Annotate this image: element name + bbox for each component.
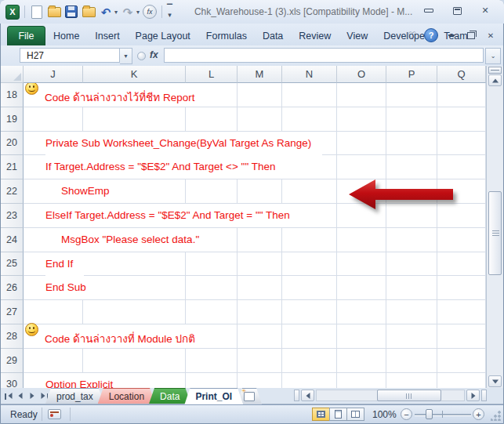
formula-input[interactable]: [164, 48, 484, 63]
cell-K26[interactable]: [83, 276, 186, 300]
cell-Q24[interactable]: [437, 228, 486, 252]
zoom-slider-track[interactable]: [415, 414, 471, 415]
close-button[interactable]: ✕: [476, 5, 495, 16]
help-icon[interactable]: ?: [424, 28, 438, 42]
ribbon-tab-home[interactable]: Home: [45, 27, 87, 45]
split-handle[interactable]: [488, 67, 502, 74]
redo-icon[interactable]: ↷: [121, 5, 135, 19]
cell-L22[interactable]: [186, 179, 237, 204]
vertical-scrollbar[interactable]: [486, 66, 503, 388]
cell-Q30[interactable]: [437, 373, 486, 388]
column-header-M[interactable]: M: [237, 66, 282, 83]
row-header-19[interactable]: 19: [1, 107, 24, 132]
column-header-L[interactable]: L: [186, 66, 237, 83]
ribbon-tab-insert[interactable]: Insert: [87, 27, 127, 45]
cell-N19[interactable]: [282, 107, 337, 132]
cell-O21[interactable]: [337, 155, 386, 179]
cell-L25[interactable]: [186, 252, 237, 277]
column-header-P[interactable]: P: [386, 66, 437, 83]
cell-M26[interactable]: [237, 276, 282, 300]
ribbon-tab-review[interactable]: Review: [291, 27, 339, 45]
save-icon[interactable]: [64, 5, 78, 19]
column-header-K[interactable]: K: [83, 66, 186, 83]
row-header-24[interactable]: 24: [1, 228, 24, 252]
name-box[interactable]: H27: [20, 48, 120, 63]
record-macro-icon[interactable]: [48, 409, 61, 419]
ribbon-tab-formulas[interactable]: Formulas: [198, 27, 255, 45]
cell-P18[interactable]: [386, 83, 437, 107]
redo-dropdown-icon[interactable]: ▾: [136, 9, 140, 16]
next-sheet-icon[interactable]: [27, 390, 38, 402]
cell-N29[interactable]: [282, 349, 337, 373]
workbook-minimize-icon[interactable]: [445, 31, 458, 41]
cell-Q26[interactable]: [437, 276, 486, 300]
row-header-25[interactable]: 25: [1, 252, 24, 277]
cell-Q19[interactable]: [437, 107, 486, 132]
normal-view-button[interactable]: [312, 408, 330, 421]
cell-M24[interactable]: [237, 228, 282, 252]
cell-P19[interactable]: [386, 107, 437, 132]
cell-Q29[interactable]: [437, 349, 486, 373]
cell-L29[interactable]: [186, 349, 237, 373]
undo-icon[interactable]: ↶: [99, 5, 113, 19]
row-header-18[interactable]: 18: [1, 83, 24, 107]
row-header-26[interactable]: 26: [1, 276, 24, 300]
select-all-corner[interactable]: [1, 66, 24, 83]
column-header-J[interactable]: J: [24, 66, 83, 83]
cell-M28[interactable]: [237, 324, 282, 349]
cell-L19[interactable]: [186, 107, 237, 132]
cell-J27[interactable]: [24, 300, 83, 324]
page-layout-view-button[interactable]: [329, 408, 347, 421]
cell-L26[interactable]: [186, 276, 237, 300]
row-header-28[interactable]: 28: [1, 324, 24, 349]
formula-bar-handle[interactable]: [137, 52, 146, 60]
insert-function-icon[interactable]: fx: [150, 49, 158, 60]
cell-P29[interactable]: [386, 349, 437, 373]
cell-N26[interactable]: [282, 276, 337, 300]
vertical-scroll-thumb[interactable]: [488, 191, 502, 275]
workbook-restore-icon[interactable]: [465, 31, 477, 41]
cell-M29[interactable]: [237, 349, 282, 373]
first-sheet-icon[interactable]: [3, 390, 14, 402]
cell-O19[interactable]: [337, 107, 386, 132]
expand-formula-bar-icon[interactable]: ⌄: [485, 48, 501, 64]
row-header-22[interactable]: 22: [1, 179, 24, 204]
row-header-29[interactable]: 29: [1, 349, 24, 373]
cell-P21[interactable]: [386, 155, 437, 179]
cell-Q21[interactable]: [437, 155, 486, 179]
open-icon[interactable]: [47, 5, 61, 19]
cell-K29[interactable]: [83, 349, 186, 373]
cell-Q25[interactable]: [437, 252, 486, 277]
function-lookup-icon[interactable]: fx: [143, 5, 157, 19]
scroll-down-icon[interactable]: [488, 375, 502, 387]
tab-split-handle[interactable]: [294, 390, 299, 401]
cell-P25[interactable]: [386, 252, 437, 277]
cell-P30[interactable]: [386, 373, 437, 388]
cell-O20[interactable]: [337, 132, 386, 156]
resize-grip[interactable]: [491, 411, 501, 421]
cell-P28[interactable]: [386, 324, 437, 349]
cell-L27[interactable]: [186, 300, 237, 324]
row-header-20[interactable]: 20: [1, 132, 24, 156]
cell-N24[interactable]: [282, 228, 337, 252]
horizontal-scroll-thumb[interactable]: [377, 390, 441, 401]
row-header-30[interactable]: 30: [1, 373, 24, 388]
cell-O26[interactable]: [337, 276, 386, 300]
ribbon-tab-view[interactable]: View: [339, 27, 375, 45]
cell-O27[interactable]: [337, 300, 386, 324]
cell-N27[interactable]: [282, 300, 337, 324]
cell-O18[interactable]: [337, 83, 386, 107]
sheet-tab-prod_tax[interactable]: prod_tax: [45, 388, 104, 404]
row-header-27[interactable]: 27: [1, 300, 24, 324]
page-break-preview-button[interactable]: [346, 408, 364, 421]
zoom-out-icon[interactable]: −: [401, 408, 412, 420]
cell-P27[interactable]: [386, 300, 437, 324]
cell-J19[interactable]: [24, 107, 83, 132]
cell-P26[interactable]: [386, 276, 437, 300]
sheet-tab-location[interactable]: Location: [98, 388, 155, 404]
heart-icon[interactable]: ♡: [408, 30, 417, 42]
scroll-up-icon[interactable]: [488, 74, 502, 86]
horizontal-scrollbar[interactable]: [294, 388, 487, 404]
cell-N28[interactable]: [282, 324, 337, 349]
minimize-button[interactable]: [419, 5, 438, 16]
